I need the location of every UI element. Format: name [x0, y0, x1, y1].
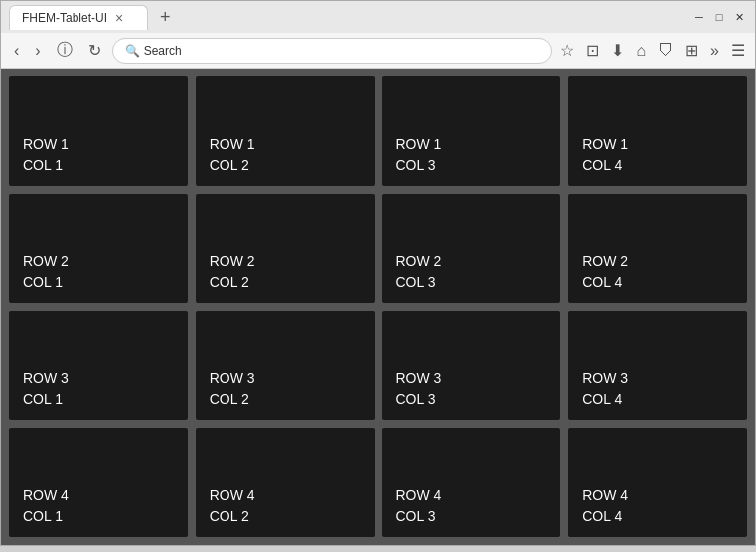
cell-line1: ROW 2 — [396, 251, 442, 272]
browser-tab[interactable]: FHEM-Tablet-UI × — [9, 5, 148, 30]
tab-close-button[interactable]: × — [115, 10, 123, 26]
tab-title: FHEM-Tablet-UI — [22, 11, 107, 25]
cell-line2: COL 1 — [23, 506, 63, 527]
grid-cell-r2-c4[interactable]: ROW 2COL 4 — [568, 194, 747, 303]
cell-line2: COL 4 — [582, 389, 622, 410]
cell-line1: ROW 1 — [210, 134, 255, 155]
minimize-button[interactable]: ─ — [691, 9, 707, 25]
grid: ROW 1COL 1ROW 1COL 2ROW 1COL 3ROW 1COL 4… — [1, 69, 755, 545]
cell-line1: ROW 4 — [23, 485, 69, 506]
cell-line1: ROW 2 — [23, 251, 69, 272]
grid-cell-r3-c3[interactable]: ROW 3COL 3 — [382, 311, 561, 420]
cell-line2: COL 3 — [396, 506, 436, 527]
address-bar[interactable]: 🔍 Search — [112, 38, 553, 64]
cell-line2: COL 4 — [582, 272, 622, 293]
download-icon[interactable]: ⬇ — [609, 39, 626, 62]
cell-line2: COL 3 — [396, 272, 436, 293]
forward-button[interactable]: › — [30, 40, 45, 62]
title-bar: FHEM-Tablet-UI × + ─ □ ✕ — [1, 1, 755, 33]
grid-cell-r4-c4[interactable]: ROW 4COL 4 — [568, 428, 747, 537]
grid-cell-r1-c4[interactable]: ROW 1COL 4 — [568, 76, 747, 186]
cell-line2: COL 1 — [23, 155, 63, 176]
new-tab-button[interactable]: + — [152, 5, 179, 30]
search-icon: 🔍 — [125, 44, 140, 58]
grid-cell-r1-c1[interactable]: ROW 1COL 1 — [9, 76, 188, 186]
grid-cell-r2-c2[interactable]: ROW 2COL 2 — [196, 194, 375, 303]
window-controls: ─ □ ✕ — [691, 9, 747, 25]
grid-cell-r3-c1[interactable]: ROW 3COL 1 — [9, 311, 188, 420]
grid-cell-r4-c2[interactable]: ROW 4COL 2 — [196, 428, 375, 537]
nav-icons: ☆ ⊡ ⬇ ⌂ ⛉ ⊞ » ☰ — [558, 39, 747, 62]
bookmark-icon[interactable]: ☆ — [558, 39, 576, 62]
cell-line1: ROW 2 — [582, 251, 628, 272]
cell-line1: ROW 4 — [582, 485, 628, 506]
cell-line1: ROW 1 — [396, 134, 442, 155]
grid-cell-r3-c2[interactable]: ROW 3COL 2 — [196, 311, 375, 420]
clipboard-icon[interactable]: ⊡ — [584, 39, 601, 62]
cell-line2: COL 1 — [23, 272, 63, 293]
close-button[interactable]: ✕ — [731, 9, 747, 25]
cell-line2: COL 2 — [210, 389, 249, 410]
more-icon[interactable]: » — [708, 40, 721, 62]
grid-cell-r4-c3[interactable]: ROW 4COL 3 — [382, 428, 561, 537]
nav-bar: ‹ › ⓘ ↻ 🔍 Search ☆ ⊡ ⬇ ⌂ ⛉ ⊞ » ☰ — [1, 33, 755, 69]
grid-cell-r1-c2[interactable]: ROW 1COL 2 — [196, 76, 375, 186]
info-button[interactable]: ⓘ — [52, 38, 77, 63]
shield-icon[interactable]: ⛉ — [656, 40, 676, 62]
back-button[interactable]: ‹ — [9, 40, 24, 62]
cell-line1: ROW 4 — [210, 485, 255, 506]
cell-line2: COL 2 — [210, 155, 249, 176]
cell-line1: ROW 3 — [582, 368, 628, 389]
cell-line1: ROW 4 — [396, 485, 442, 506]
grid-cell-r1-c3[interactable]: ROW 1COL 3 — [382, 76, 561, 186]
grid-cell-r2-c1[interactable]: ROW 2COL 1 — [9, 194, 188, 303]
cell-line2: COL 4 — [582, 506, 622, 527]
cell-line1: ROW 2 — [210, 251, 255, 272]
refresh-button[interactable]: ↻ — [83, 39, 106, 62]
page-content: ROW 1COL 1ROW 1COL 2ROW 1COL 3ROW 1COL 4… — [1, 69, 755, 545]
cell-line1: ROW 1 — [23, 134, 69, 155]
cell-line1: ROW 3 — [396, 368, 442, 389]
cell-line2: COL 3 — [396, 389, 436, 410]
home-icon[interactable]: ⌂ — [634, 40, 648, 62]
cell-line1: ROW 3 — [210, 368, 255, 389]
screen-icon[interactable]: ⊞ — [683, 39, 700, 62]
grid-cell-r3-c4[interactable]: ROW 3COL 4 — [568, 311, 747, 420]
grid-cell-r4-c1[interactable]: ROW 4COL 1 — [9, 428, 188, 537]
cell-line2: COL 4 — [582, 155, 622, 176]
cell-line2: COL 2 — [210, 506, 249, 527]
cell-line2: COL 1 — [23, 389, 63, 410]
cell-line2: COL 2 — [210, 272, 249, 293]
grid-cell-r2-c3[interactable]: ROW 2COL 3 — [382, 194, 561, 303]
maximize-button[interactable]: □ — [711, 9, 727, 25]
cell-line1: ROW 1 — [582, 134, 628, 155]
menu-icon[interactable]: ☰ — [729, 39, 747, 62]
browser-window: FHEM-Tablet-UI × + ─ □ ✕ ‹ › ⓘ ↻ 🔍 Searc… — [0, 0, 756, 546]
search-placeholder: Search — [144, 44, 182, 58]
cell-line1: ROW 3 — [23, 368, 69, 389]
cell-line2: COL 3 — [396, 155, 436, 176]
